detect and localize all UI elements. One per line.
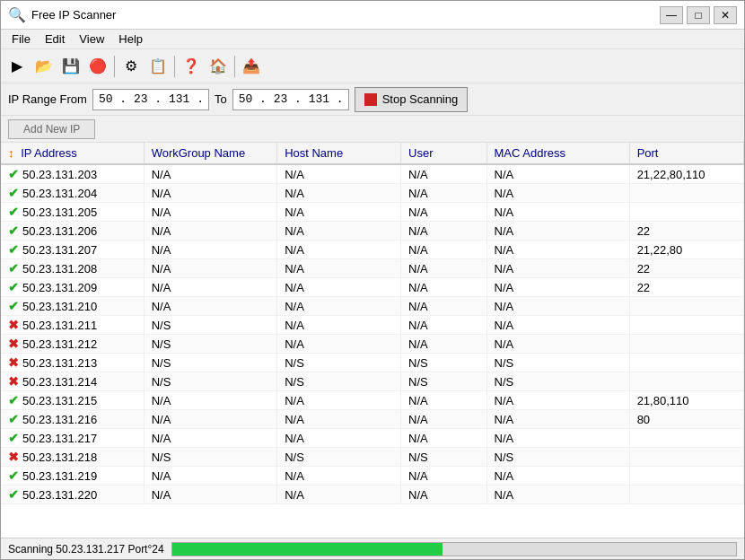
table-row[interactable]: ✔ 50.23.131.207 N/A N/A N/A N/A 21,22,80 bbox=[1, 241, 744, 259]
maximize-button[interactable]: □ bbox=[687, 6, 710, 24]
cell-port: 22 bbox=[629, 222, 743, 241]
status-icon-cell: ✖ 50.23.131.218 bbox=[8, 450, 97, 464]
title-bar: 🔍 Free IP Scanner — □ ✕ bbox=[1, 1, 744, 30]
cell-port: 22 bbox=[629, 278, 743, 297]
cell-mac: N/S bbox=[486, 354, 629, 372]
cell-mac: N/A bbox=[486, 316, 629, 335]
ip-range-from-label: IP Range From bbox=[8, 92, 87, 106]
add-ip-row: Add New IP bbox=[1, 116, 744, 143]
ip-range-from-input[interactable] bbox=[92, 89, 209, 110]
table-row[interactable]: ✖ 50.23.131.214 N/S N/S N/S N/S bbox=[1, 372, 744, 391]
play-button[interactable]: ▶ bbox=[4, 54, 30, 79]
status-icon-cell: ✖ 50.23.131.214 bbox=[8, 374, 97, 389]
table-header-row: ↕ IP Address WorkGroup Name Host Name Us… bbox=[1, 143, 744, 164]
copy-button[interactable]: 📋 bbox=[145, 54, 171, 79]
status-icon-cell: ✖ 50.23.131.211 bbox=[8, 318, 97, 332]
cell-mac: N/A bbox=[486, 241, 629, 259]
status-ok-icon: ✔ bbox=[8, 393, 19, 407]
cell-port bbox=[629, 335, 743, 354]
cell-mac: N/A bbox=[486, 222, 629, 241]
ip-range-to-label: To bbox=[215, 92, 227, 106]
col-header-hostname[interactable]: Host Name bbox=[277, 143, 401, 164]
cell-hostname: N/A bbox=[277, 316, 401, 335]
cell-mac: N/S bbox=[486, 448, 629, 467]
status-ok-icon: ✔ bbox=[8, 280, 19, 294]
table-row[interactable]: ✖ 50.23.131.211 N/S N/A N/A N/A bbox=[1, 316, 744, 335]
cell-mac: N/A bbox=[486, 429, 629, 448]
toolbar-sep-3 bbox=[234, 56, 235, 77]
table-row[interactable]: ✔ 50.23.131.204 N/A N/A N/A N/A bbox=[1, 184, 744, 203]
table-row[interactable]: ✖ 50.23.131.213 N/S N/S N/S N/S bbox=[1, 354, 744, 372]
table-row[interactable]: ✔ 50.23.131.215 N/A N/A N/A N/A 21,80,11… bbox=[1, 391, 744, 410]
status-ok-icon: ✔ bbox=[8, 223, 19, 238]
table-row[interactable]: ✔ 50.23.131.217 N/A N/A N/A N/A bbox=[1, 429, 744, 448]
table-row[interactable]: ✔ 50.23.131.206 N/A N/A N/A N/A 22 bbox=[1, 222, 744, 241]
status-ok-icon: ✔ bbox=[8, 242, 19, 257]
cell-ip: ✖ 50.23.131.214 bbox=[1, 372, 144, 391]
settings-button[interactable]: ⚙ bbox=[118, 54, 144, 79]
menu-file[interactable]: File bbox=[4, 31, 38, 48]
col-header-user[interactable]: User bbox=[401, 143, 486, 164]
cell-user: N/A bbox=[401, 486, 486, 504]
col-header-mac[interactable]: MAC Address bbox=[486, 143, 629, 164]
ip-range-bar: IP Range From To Stop Scanning bbox=[1, 83, 744, 116]
add-new-ip-button[interactable]: Add New IP bbox=[8, 119, 95, 139]
progress-container bbox=[171, 542, 737, 556]
progress-bar bbox=[172, 543, 443, 556]
stop-scanning-button[interactable]: Stop Scanning bbox=[355, 87, 469, 112]
table-row[interactable]: ✖ 50.23.131.218 N/S N/S N/S N/S bbox=[1, 448, 744, 467]
table-row[interactable]: ✔ 50.23.131.216 N/A N/A N/A N/A 80 bbox=[1, 410, 744, 429]
cell-workgroup: N/A bbox=[144, 241, 277, 259]
cell-ip: ✖ 50.23.131.213 bbox=[1, 354, 144, 372]
status-icon-cell: ✔ 50.23.131.220 bbox=[8, 487, 97, 502]
menu-help[interactable]: Help bbox=[111, 31, 150, 48]
table-row[interactable]: ✔ 50.23.131.210 N/A N/A N/A N/A bbox=[1, 297, 744, 316]
status-err-icon: ✖ bbox=[8, 355, 19, 370]
table-row[interactable]: ✔ 50.23.131.205 N/A N/A N/A N/A bbox=[1, 203, 744, 222]
cell-port bbox=[629, 467, 743, 486]
menu-edit[interactable]: Edit bbox=[38, 31, 72, 48]
table-row[interactable]: ✔ 50.23.131.208 N/A N/A N/A N/A 22 bbox=[1, 259, 744, 278]
status-icon-cell: ✔ 50.23.131.215 bbox=[8, 393, 97, 407]
export-button[interactable]: 📤 bbox=[239, 54, 264, 79]
toolbar-sep-2 bbox=[174, 56, 175, 77]
minimize-button[interactable]: — bbox=[660, 6, 683, 24]
ip-table-container[interactable]: ↕ IP Address WorkGroup Name Host Name Us… bbox=[1, 143, 744, 538]
cell-port bbox=[629, 448, 743, 467]
col-header-ip[interactable]: ↕ IP Address bbox=[1, 143, 144, 164]
cell-workgroup: N/A bbox=[144, 278, 277, 297]
cell-port: 22 bbox=[629, 259, 743, 278]
save-button[interactable]: 💾 bbox=[58, 54, 83, 79]
open-button[interactable]: 📂 bbox=[31, 54, 57, 79]
ip-range-to-input[interactable] bbox=[232, 89, 349, 110]
cell-ip: ✔ 50.23.131.210 bbox=[1, 297, 144, 316]
cell-user: N/S bbox=[401, 448, 486, 467]
menu-view[interactable]: View bbox=[72, 31, 111, 48]
cell-hostname: N/A bbox=[277, 335, 401, 354]
home-button[interactable]: 🏠 bbox=[206, 54, 231, 79]
status-err-icon: ✖ bbox=[8, 450, 19, 464]
col-header-workgroup[interactable]: WorkGroup Name bbox=[144, 143, 277, 164]
help-button[interactable]: ❓ bbox=[179, 54, 204, 79]
table-row[interactable]: ✔ 50.23.131.203 N/A N/A N/A N/A 21,22,80… bbox=[1, 164, 744, 184]
toolbar-sep-1 bbox=[114, 56, 115, 77]
close-button[interactable]: ✕ bbox=[714, 6, 737, 24]
cell-ip: ✔ 50.23.131.205 bbox=[1, 203, 144, 222]
table-row[interactable]: ✖ 50.23.131.212 N/S N/A N/A N/A bbox=[1, 335, 744, 354]
table-row[interactable]: ✔ 50.23.131.219 N/A N/A N/A N/A bbox=[1, 467, 744, 486]
stop-red-button[interactable]: 🔴 bbox=[85, 54, 110, 79]
cell-hostname: N/A bbox=[277, 278, 401, 297]
cell-ip: ✔ 50.23.131.203 bbox=[1, 164, 144, 184]
status-icon-cell: ✔ 50.23.131.204 bbox=[8, 186, 97, 200]
app-icon: 🔍 bbox=[8, 6, 26, 23]
status-ok-icon: ✔ bbox=[8, 186, 19, 200]
status-bar: Scanning 50.23.131.217 Port°24 bbox=[1, 538, 744, 559]
col-header-port[interactable]: Port bbox=[629, 143, 743, 164]
status-ok-icon: ✔ bbox=[8, 167, 19, 181]
table-row[interactable]: ✔ 50.23.131.220 N/A N/A N/A N/A bbox=[1, 486, 744, 504]
table-row[interactable]: ✔ 50.23.131.209 N/A N/A N/A N/A 22 bbox=[1, 278, 744, 297]
cell-workgroup: N/S bbox=[144, 448, 277, 467]
cell-mac: N/A bbox=[486, 335, 629, 354]
cell-workgroup: N/A bbox=[144, 222, 277, 241]
cell-hostname: N/A bbox=[277, 429, 401, 448]
